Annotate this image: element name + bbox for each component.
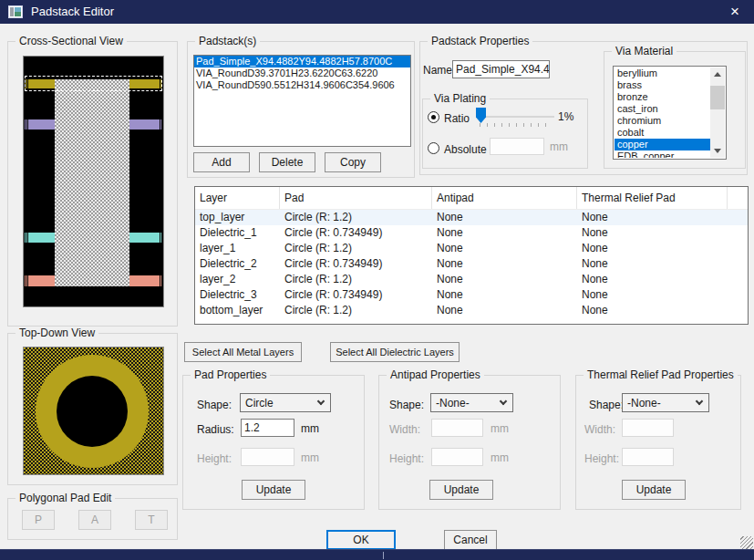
delete-button[interactable]: Delete [259,152,315,172]
padstacks-title: Padstack(s) [195,35,260,47]
via-material-list[interactable]: berylliumbrassbronzecast_ironchromiumcob… [613,66,727,160]
layer-table-row[interactable]: layer_1Circle (R: 1.2)NoneNone [195,241,748,256]
pad-height-unit-label: mm [301,451,319,464]
pad-properties-title: Pad Properties [191,368,270,381]
layer-table-cell: None [577,225,728,241]
scroll-up-icon[interactable] [710,67,725,81]
layer-table-cell: Circle (R: 0.734949) [280,225,432,241]
layer-table-cell: Dielectric_3 [195,287,280,303]
via-material-item[interactable]: brass [615,79,710,91]
layer-table-cell: None [432,303,577,318]
thermal-shape-label: Shape: [589,399,624,411]
name-field[interactable]: Pad_Simple_X94.4882 [452,60,550,78]
antipad-width-label: Width: [389,423,420,436]
layer-table-row[interactable]: bottom_layerCircle (R: 1.2)NoneNone [195,303,748,318]
layer-table-cell: Circle (R: 1.2) [280,303,432,318]
polygonal-a-button: A [78,510,111,530]
antipad-shape-dropdown[interactable]: -None- [430,393,513,412]
layer-table-row[interactable]: Dielectric_1Circle (R: 0.734949)NoneNone [195,225,748,241]
layer-table-row[interactable]: layer_2Circle (R: 1.2)NoneNone [195,272,748,287]
antipad-height-unit-label: mm [491,451,509,464]
layer-table-cell: Dielectric_1 [195,225,280,241]
layer-table-row[interactable]: Dielectric_2Circle (R: 0.734949)NoneNone [195,256,748,272]
layer-table-body: top_layerCircle (R: 1.2)NoneNoneDielectr… [195,210,748,318]
padstack-list[interactable]: Pad_Simple_X94.4882Y94.4882H57.8700CVIA_… [193,55,411,147]
layer-table-column-header[interactable]: Antipad [432,187,577,209]
layer-table-header-filler [728,187,748,209]
absolute-label: Absolute [444,143,487,156]
copy-button[interactable]: Copy [325,152,381,172]
absolute-field [490,138,544,155]
bottom-strip [0,549,754,560]
select-all-metal-layers-button[interactable]: Select All Metal Layers [184,342,302,362]
close-icon[interactable]: × [716,0,754,24]
via-material-item[interactable]: EDB_copper [615,150,710,158]
layer-table-cell: None [577,272,728,287]
scrollbar-thumb[interactable] [710,86,725,109]
resize-grip[interactable] [740,536,753,549]
layer-table-cell: layer_2 [195,272,280,287]
selected-layer-outline [25,76,162,91]
pad-shape-value: Circle [245,397,274,410]
layer-table-column-header[interactable]: Layer [195,187,280,209]
layer-table-cell: Circle (R: 0.734949) [280,287,432,303]
thermal-shape-dropdown[interactable]: -None- [622,393,709,412]
via-material-item[interactable]: cobalt [615,127,710,139]
layer-table-cell: None [432,272,577,287]
via-material-scrollbar[interactable] [710,67,725,158]
padstack-list-item[interactable]: VIA_RoundD590.5512H314.9606C354.9606 [194,79,410,91]
ok-button[interactable]: OK [326,530,396,550]
antipad-width-field [431,419,483,437]
add-button[interactable]: Add [193,152,250,172]
ratio-radio[interactable] [428,111,439,123]
antipad-update-button[interactable]: Update [429,480,493,500]
top-down-hole [57,376,128,447]
via-material-item[interactable]: copper [615,139,710,150]
antipad-height-label: Height: [389,452,424,465]
antipad-shape-value: -None- [436,397,470,410]
layer-table-row[interactable]: Dielectric_3Circle (R: 0.734949)NoneNone [195,287,748,303]
via-material-item[interactable]: beryllium [615,67,710,79]
layer-table-column-header[interactable]: Thermal Relief Pad [577,187,728,209]
chevron-down-icon [696,398,703,405]
layer-table-column-header[interactable]: Pad [280,187,432,209]
via-plating-title: Via Plating [430,92,490,105]
title-bar: Padstack Editor × [0,0,754,24]
antipad-width-unit-label: mm [491,422,509,435]
select-all-dielectric-layers-button[interactable]: Select All Dielectric Layers [330,342,460,362]
absolute-radio[interactable] [428,142,439,154]
scroll-down-icon[interactable] [710,144,725,158]
ratio-slider-track[interactable] [476,116,554,118]
layer-table-header: LayerPadAntipadThermal Relief Pad [195,187,748,210]
padstack-editor-dialog: Padstack Editor × Cross-Sectional View T… [0,0,754,560]
layer-table-cell: Dielectric_2 [195,256,280,272]
layer-table-cell: None [577,210,728,225]
top-down-canvas [23,347,164,475]
thermal-shape-value: -None- [627,397,661,410]
cross-section-title: Cross-Sectional View [15,35,127,47]
pad-shape-dropdown[interactable]: Circle [240,393,331,412]
via-material-item[interactable]: chromium [615,115,710,127]
layer-table-cell: None [577,241,728,256]
via-material-items: berylliumbrassbronzecast_ironchromiumcob… [615,67,710,158]
layer-table-cell: None [577,303,728,318]
via-material-title: Via Material [612,45,677,57]
padstack-list-item[interactable]: Pad_Simple_X94.4882Y94.4882H57.8700C [194,56,410,67]
pad-radius-field[interactable]: 1.2 [241,419,294,437]
layer-table-cell: bottom_layer [195,303,280,318]
via-material-item[interactable]: bronze [615,91,710,103]
pad-radius-unit-label: mm [301,422,319,435]
absolute-unit-label: mm [550,140,568,153]
pad-update-button[interactable]: Update [242,480,305,500]
layer-table-cell: None [577,256,728,272]
layer-table-row[interactable]: top_layerCircle (R: 1.2)NoneNone [195,210,748,225]
via-material-item[interactable]: cast_iron [615,103,710,115]
padstack-properties-title: Padstack Properties [428,35,532,47]
cross-section-canvas [23,56,164,307]
pad-height-label: Height: [197,452,232,465]
polygonal-t-button: T [135,510,168,530]
ratio-label: Ratio [444,112,470,125]
padstack-list-item[interactable]: VIA_RoundD39.3701H23.6220C63.6220 [194,67,410,79]
cancel-button[interactable]: Cancel [444,530,497,550]
thermal-update-button[interactable]: Update [622,480,686,500]
